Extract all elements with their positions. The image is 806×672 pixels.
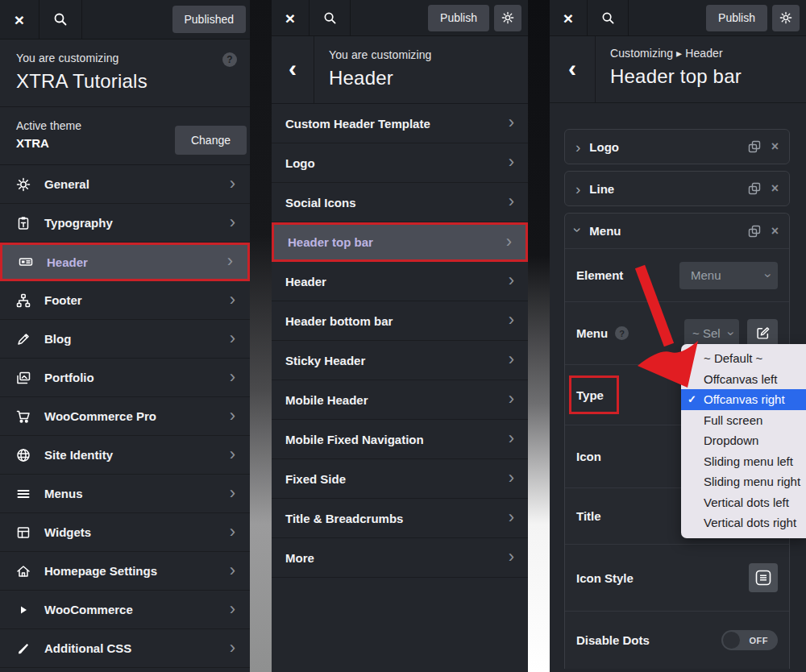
list-item-header-bottom-bar[interactable]: Header bottom bar › bbox=[272, 301, 528, 341]
dropdown-option-dropdown[interactable]: Dropdown bbox=[681, 430, 806, 451]
chevron-right-icon: › bbox=[509, 548, 514, 566]
close-button[interactable]: × bbox=[0, 0, 39, 39]
sidebar-item-additional-css[interactable]: Additional CSS › bbox=[0, 629, 250, 668]
list-item-header[interactable]: Header › bbox=[272, 262, 528, 301]
sidebar-item-site-identity[interactable]: Site Identity › bbox=[0, 436, 250, 475]
chevron-right-icon: › bbox=[230, 523, 235, 541]
dropdown-option-default[interactable]: ~ Default ~ bbox=[681, 348, 806, 369]
list-item-mobile-header[interactable]: Mobile Header › bbox=[272, 380, 528, 420]
publish-button[interactable]: Publish bbox=[706, 5, 767, 31]
sidebar-item-general[interactable]: General › bbox=[0, 165, 250, 204]
remove-icon[interactable]: × bbox=[771, 182, 779, 195]
list-item-title-breadcrumbs[interactable]: Title & Breadcrumbs › bbox=[272, 499, 528, 538]
home-icon bbox=[15, 564, 32, 579]
dropdown-option-sliding-menu-left[interactable]: Sliding menu left bbox=[681, 451, 806, 472]
menu-box-icon bbox=[755, 570, 771, 586]
icon-style-button[interactable] bbox=[749, 563, 778, 592]
chevron-right-icon: › bbox=[509, 193, 514, 210]
chevron-right-icon: › bbox=[509, 390, 514, 408]
close-button[interactable]: × bbox=[550, 0, 588, 35]
check-icon: ✓ bbox=[688, 389, 696, 410]
disable-dots-toggle[interactable]: OFF bbox=[721, 630, 778, 650]
help-icon[interactable]: ? bbox=[615, 326, 629, 340]
list-item-label: Header bottom bar bbox=[285, 314, 393, 328]
list-item-more[interactable]: More › bbox=[272, 538, 528, 578]
footer-icon bbox=[15, 293, 32, 308]
sidebar-item-label: Blog bbox=[44, 332, 71, 346]
sidebar-item-header[interactable]: Header › bbox=[0, 243, 250, 281]
dropdown-option-sliding-menu-right[interactable]: Sliding menu right bbox=[681, 471, 806, 492]
close-icon: × bbox=[285, 10, 295, 27]
select-value: Menu bbox=[691, 268, 721, 282]
duplicate-icon[interactable] bbox=[748, 225, 761, 238]
close-button[interactable]: × bbox=[272, 0, 310, 35]
list-item-custom-header-template[interactable]: Custom Header Template › bbox=[272, 104, 528, 143]
published-button[interactable]: Published bbox=[172, 6, 247, 33]
remove-icon[interactable]: × bbox=[771, 140, 779, 153]
sidebar-item-typography[interactable]: Typography › bbox=[0, 204, 250, 243]
settings-button[interactable] bbox=[772, 5, 800, 31]
remove-icon[interactable]: × bbox=[771, 225, 779, 238]
settings-button[interactable] bbox=[494, 5, 521, 31]
setting-label: Type bbox=[576, 388, 604, 402]
setting-label: Disable Dots bbox=[576, 633, 650, 647]
widget-card-line: › Line × bbox=[564, 171, 790, 206]
chevron-right-icon: › bbox=[230, 484, 235, 502]
list-item-social-icons[interactable]: Social Icons › bbox=[272, 183, 528, 222]
list-item-logo[interactable]: Logo › bbox=[272, 143, 528, 183]
list-item-label: Logo bbox=[285, 156, 315, 170]
setting-row-disable-dots: Disable Dots OFF bbox=[565, 611, 789, 669]
duplicate-icon[interactable] bbox=[748, 182, 761, 195]
dropdown-option-vertical-dots-left[interactable]: Vertical dots left bbox=[681, 492, 806, 513]
play-icon bbox=[15, 603, 32, 617]
search-button[interactable] bbox=[39, 0, 82, 39]
back-button[interactable]: ‹ bbox=[272, 36, 314, 103]
widget-card-logo: › Logo × bbox=[564, 129, 790, 164]
list-item-mobile-fixed-navigation[interactable]: Mobile Fixed Navigation › bbox=[272, 420, 528, 459]
toggle-state-label: OFF bbox=[750, 630, 769, 650]
search-button[interactable] bbox=[310, 0, 351, 35]
customizing-header: You are customizing XTRA Tutorials ? bbox=[0, 39, 250, 107]
chevron-right-icon: › bbox=[575, 139, 580, 155]
sidebar-item-widgets[interactable]: Widgets › bbox=[0, 513, 250, 552]
sidebar-item-label: Footer bbox=[44, 293, 82, 307]
sidebar-item-footer[interactable]: Footer › bbox=[0, 281, 250, 320]
chevron-right-icon: › bbox=[230, 407, 235, 425]
sidebar-item-menus[interactable]: Menus › bbox=[0, 475, 250, 513]
dropdown-option-offcanvas-right[interactable]: ✓Offcanvas right bbox=[681, 389, 806, 410]
element-select[interactable]: Menu › bbox=[679, 262, 778, 289]
chevron-right-icon: › bbox=[230, 291, 235, 309]
dropdown-option-vertical-dots-right[interactable]: Vertical dots right bbox=[681, 512, 806, 533]
topbar: × Publish bbox=[550, 0, 806, 36]
sidebar-item-blog[interactable]: Blog › bbox=[0, 320, 250, 359]
duplicate-icon[interactable] bbox=[748, 140, 761, 153]
page-title: Header top bar bbox=[610, 65, 793, 88]
list-item-fixed-side[interactable]: Fixed Side › bbox=[272, 459, 528, 499]
search-button[interactable] bbox=[588, 0, 629, 35]
chevron-down-icon: › bbox=[723, 331, 737, 335]
sidebar-item-woocommerce[interactable]: WooCommerce › bbox=[0, 591, 250, 629]
topbar: × Publish bbox=[272, 0, 528, 36]
close-icon: × bbox=[563, 10, 573, 27]
sidebar-item-portfolio[interactable]: Portfolio › bbox=[0, 359, 250, 397]
customizer-panel-main: × Published You are customizing XTRA Tut… bbox=[0, 0, 250, 672]
back-button[interactable]: ‹ bbox=[550, 36, 596, 102]
chevron-right-icon: › bbox=[230, 175, 235, 193]
list-item-label: More bbox=[285, 551, 314, 565]
widget-card-header[interactable]: › Menu × bbox=[565, 214, 789, 248]
close-icon: × bbox=[15, 11, 24, 28]
sidebar-item-woocommerce-pro[interactable]: WooCommerce Pro › bbox=[0, 397, 250, 436]
dropdown-option-full-screen[interactable]: Full screen bbox=[681, 410, 806, 431]
dropdown-option-offcanvas-left[interactable]: Offcanvas left bbox=[681, 369, 806, 390]
widget-card-header[interactable]: › Logo × bbox=[565, 130, 789, 164]
publish-button[interactable]: Publish bbox=[428, 5, 489, 31]
setting-label: Menu bbox=[576, 326, 608, 340]
chevron-right-icon: › bbox=[230, 368, 235, 386]
widget-card-header[interactable]: › Line × bbox=[565, 172, 789, 205]
sidebar-item-homepage-settings[interactable]: Homepage Settings › bbox=[0, 552, 250, 591]
list-item-header-top-bar[interactable]: Header top bar › bbox=[272, 222, 528, 262]
list-item-sticky-header[interactable]: Sticky Header › bbox=[272, 341, 528, 380]
help-icon[interactable]: ? bbox=[222, 52, 237, 67]
change-theme-button[interactable]: Change bbox=[175, 126, 247, 155]
list-item-label: Social Icons bbox=[285, 196, 356, 209]
